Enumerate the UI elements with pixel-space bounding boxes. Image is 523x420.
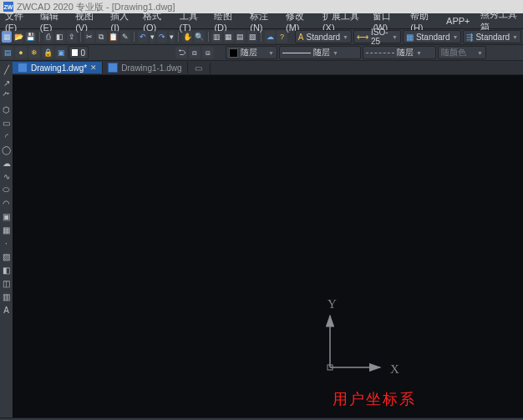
dimstyle-dropdown[interactable]: ⟷ ISO-25 ▼ [353,30,401,43]
lineweight-dropdown[interactable]: 随层 ▼ [363,46,436,59]
layer-lock-icon[interactable]: 🔒 [42,47,53,58]
plotcolor-value: 随颜色 [441,47,475,58]
plot-icon[interactable]: ⎙ [43,31,53,43]
menu-draw[interactable]: 绘图(D) [209,8,245,34]
copy-icon[interactable]: ⧉ [96,31,106,43]
menu-insert[interactable]: 插入(I) [105,8,138,34]
plotcolor-dropdown[interactable]: 随颜色 ▼ [438,46,486,59]
toolbar-separator [261,32,262,42]
chevron-down-icon: ▼ [268,50,274,56]
gradient-icon[interactable]: ◧ [2,265,12,275]
tablestyle-value: Standard [416,33,450,42]
linetype-value: 随层 [313,47,330,58]
layer-manager-icon[interactable]: ▤ [2,47,13,58]
dimstyle-icon: ⟷ [357,33,368,42]
match-icon[interactable]: ✎ [120,31,130,43]
color-value: 随层 [241,47,266,58]
new-tab-button[interactable]: ▭ [188,63,211,73]
revcloud-icon[interactable]: ☁ [2,158,12,168]
tpal-icon[interactable]: ▤ [236,31,246,43]
mlstyle-value: Standard [475,33,510,42]
color-dropdown[interactable]: 随层 ▼ [226,46,277,59]
layer-freeze-icon[interactable]: ❄ [28,47,40,58]
layer-iso-icon[interactable]: ⧈ [189,47,201,58]
undo-icon[interactable]: ↶ [138,31,148,43]
new-icon[interactable]: ▦ [2,31,12,43]
table-icon[interactable]: ▥ [2,291,12,301]
textstyle-value: Standard [307,33,341,42]
pan-icon[interactable]: ✋ [182,31,192,43]
chevron-down-icon: ▼ [343,34,348,40]
xline-icon[interactable]: ↗ [2,78,12,88]
chevron-down-icon: ▼ [392,34,398,40]
spline-icon[interactable]: ∿ [2,171,12,181]
textstyle-icon: A [298,33,304,42]
prop-icon[interactable]: ▥ [211,31,221,43]
chevron-down-icon: ▼ [512,34,518,40]
point-icon[interactable]: · [2,238,12,248]
layer-prev-icon[interactable]: ⮌ [175,47,187,58]
menu-app[interactable]: APP+ [441,14,475,28]
drawing-canvas[interactable]: Y X 用户坐标系 [13,75,523,417]
pline-icon[interactable]: ⺈ [2,91,12,101]
ucs-x-label: X [390,362,399,377]
close-icon[interactable]: ✕ [90,63,97,72]
file-tab-label: Drawing1-1.dwg [121,63,181,73]
linetype-preview-icon [282,53,311,53]
preview-icon[interactable]: ◧ [55,31,65,43]
menu-format[interactable]: 格式(O) [138,8,174,34]
dcenter-icon[interactable]: ▦ [224,31,234,43]
chevron-down-icon: ▼ [477,50,483,56]
menu-dim[interactable]: 标注(N) [245,8,281,34]
block-icon[interactable]: ▦ [2,225,12,235]
chevron-down-icon[interactable]: ▾ [150,31,155,43]
line-icon[interactable]: ╱ [2,64,12,74]
calc-icon[interactable]: ▧ [247,31,257,43]
menu-tools[interactable]: 工具(T) [175,8,210,34]
color-swatch-icon [229,48,238,58]
layer-color-icon [72,49,78,56]
cut-icon[interactable]: ✂ [84,31,94,43]
toolbar-separator [178,32,179,42]
chevron-down-icon[interactable]: ▾ [169,31,175,43]
layer-on-icon[interactable]: ● [15,47,27,58]
chevron-down-icon: ▼ [416,50,422,56]
rect-icon[interactable]: ▭ [2,118,12,128]
hatch-icon[interactable]: ▨ [2,251,12,261]
file-tab-active[interactable]: Drawing1.dwg* ✕ [13,62,103,73]
layer-num[interactable]: 0 [69,46,89,59]
menu-file[interactable]: 文件(F) [0,8,35,34]
save-icon[interactable]: 💾 [25,31,35,43]
cloud-icon[interactable]: ☁ [265,31,275,43]
menu-bar: 文件(F) 编辑(E) 视图(V) 插入(I) 格式(O) 工具(T) 绘图(D… [0,13,523,29]
mtext-icon[interactable]: A [2,305,12,315]
lineweight-preview-icon [366,53,394,53]
insert-icon[interactable]: ▣ [2,211,12,221]
toolbar-separator [134,32,135,42]
textstyle-dropdown[interactable]: A Standard ▼ [295,30,352,43]
dwg-icon [108,63,118,73]
circle-icon[interactable]: ◯ [2,144,12,154]
main-area: ╱ ↗ ⺈ ⬡ ▭ ◜ ◯ ☁ ∿ ⬭ ◠ ▣ ▦ · ▨ ◧ ◫ ▥ A Dr… [0,61,523,417]
ellipse-icon[interactable]: ⬭ [2,185,12,195]
layer-cur-icon[interactable]: ▣ [55,47,67,58]
chevron-down-icon: ▼ [453,34,459,40]
file-tab[interactable]: Drawing1-1.dwg [103,62,187,73]
linetype-dropdown[interactable]: 随层 ▼ [279,46,361,59]
mlstyle-dropdown[interactable]: ⇶ Standard ▼ [463,30,521,43]
menu-view[interactable]: 视图(V) [70,8,105,34]
paste-icon[interactable]: 📋 [109,31,119,43]
earc-icon[interactable]: ◠ [2,198,12,208]
polygon-icon[interactable]: ⬡ [2,104,12,114]
arc-icon[interactable]: ◜ [2,131,12,141]
lineweight-value: 随层 [397,47,414,58]
open-icon[interactable]: 📂 [13,31,23,43]
tablestyle-dropdown[interactable]: ▦ Standard ▼ [403,30,462,43]
publish-icon[interactable]: ⇪ [67,31,77,43]
menu-edit[interactable]: 编辑(E) [35,8,70,34]
help-icon[interactable]: ? [277,31,287,43]
zoom-icon[interactable]: 🔍 [194,31,204,43]
region-icon[interactable]: ◫ [2,278,12,288]
layer-walk-icon[interactable]: ⧇ [202,47,214,58]
redo-icon[interactable]: ↷ [157,31,167,43]
